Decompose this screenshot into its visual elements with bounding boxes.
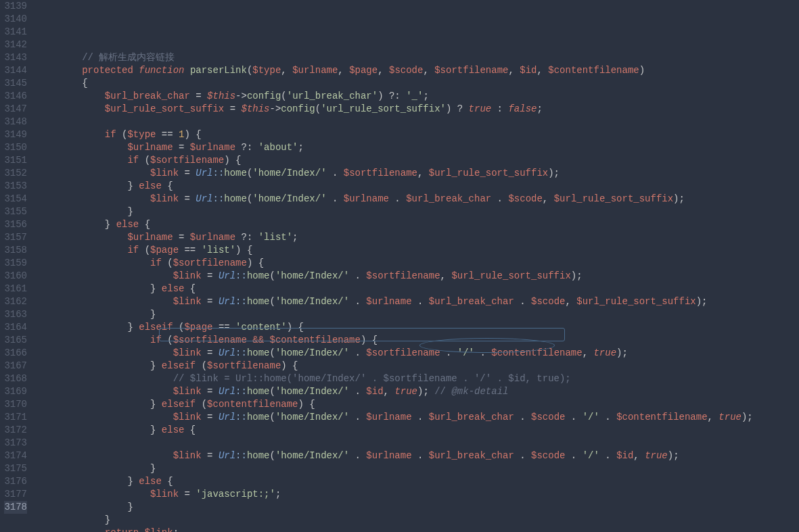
token: ?: (235, 142, 258, 153)
token: } (105, 219, 116, 230)
code-line[interactable]: } else { (37, 218, 799, 231)
code-line[interactable]: // 解析生成内容链接 (37, 51, 799, 64)
line-number: 3161 (4, 283, 27, 295)
code-line[interactable]: } else { (37, 180, 799, 193)
code-line[interactable]: $link = Url::home('home/Index/' . $sortf… (37, 270, 799, 283)
code-line[interactable]: if ($sortfilename) { (37, 257, 799, 270)
token: $sortfilename (150, 155, 224, 166)
token: { (162, 180, 173, 191)
code-line[interactable]: $link = Url::home('home/Index/' . $urlna… (37, 295, 799, 308)
token: Url (196, 168, 212, 178)
line-number: 3178 (4, 501, 27, 514)
token: 'content' (235, 322, 287, 333)
code-line[interactable]: if ($sortfilename && $contentfilename) { (37, 334, 799, 347)
token: { (184, 425, 196, 435)
code-line[interactable]: } (37, 308, 799, 321)
token: , (440, 270, 452, 281)
code-area[interactable]: // 解析生成内容链接 protected function parserLin… (34, 0, 799, 532)
code-line[interactable]: } elseif ($sortfilename) { (37, 360, 799, 372)
code-line[interactable]: } else { (37, 424, 799, 437)
code-line[interactable]: if ($sortfilename) { (37, 154, 799, 167)
token: 'home/Index/' (275, 347, 349, 358)
token: ; (173, 527, 179, 532)
token: . (599, 412, 616, 422)
token: $link (173, 450, 202, 461)
code-line[interactable]: if ($type == 1) { (37, 128, 799, 141)
token: 'home/Index/' (275, 270, 349, 281)
code-line[interactable]: } elseif ($contentfilename) { (37, 398, 799, 411)
code-line[interactable]: } else { (37, 475, 799, 488)
line-number: 3167 (4, 360, 27, 372)
code-line[interactable]: $url_rule_sort_suffix = $this->config('u… (37, 103, 799, 116)
token: . (349, 270, 366, 281)
line-number: 3140 (4, 13, 27, 26)
token: $sortfilename (366, 347, 440, 358)
code-line[interactable]: $urlname = $urlname ?: 'about'; (37, 141, 799, 154)
token: return (105, 527, 139, 532)
token: , (543, 193, 554, 204)
token: home (224, 193, 247, 204)
token: $type (252, 65, 281, 76)
token: ; (275, 489, 281, 500)
token: protected (82, 65, 133, 76)
token: 'url_rule_sort_suffix' (321, 103, 446, 114)
token: . (412, 412, 429, 422)
code-line[interactable]: } (37, 501, 799, 514)
code-line[interactable]: $link = Url::home('home/Index/' . $urlna… (37, 411, 799, 424)
code-line[interactable] (37, 116, 799, 128)
token: ) { (184, 129, 201, 140)
code-line[interactable]: $urlname = $urlname ?: 'list'; (37, 231, 799, 244)
token: . (514, 296, 531, 307)
token: $contentfilename (491, 347, 582, 358)
token: $id (366, 386, 383, 397)
token: 'home/Index/' (275, 386, 349, 397)
token: . (389, 193, 406, 204)
code-line[interactable]: { (37, 77, 799, 90)
code-line[interactable]: protected function parserLink($type, $ur… (37, 64, 799, 77)
code-line[interactable]: $url_break_char = $this->config('url_bre… (37, 90, 799, 103)
token: ); (741, 412, 753, 422)
code-line[interactable]: $link = Url::home('home/Index/' . $sortf… (37, 167, 799, 180)
line-number-gutter: 3139314031413142314331443145314631473148… (0, 0, 34, 532)
code-editor[interactable]: 3139314031413142314331443145314631473148… (0, 0, 799, 532)
code-line[interactable]: return $link; (37, 527, 799, 532)
token: true (593, 347, 616, 358)
line-number: 3151 (4, 154, 27, 167)
code-line[interactable]: // $link = Url::home('home/Index/' . $so… (37, 372, 799, 385)
token: $link (173, 347, 202, 358)
code-line[interactable]: } (37, 514, 799, 527)
code-line[interactable]: $link = Url::home('home/Index/' . $sortf… (37, 347, 799, 360)
token: else (162, 283, 185, 294)
code-line[interactable]: } (37, 462, 799, 475)
token (133, 65, 139, 76)
token: ( (270, 412, 275, 422)
token: $page (349, 65, 378, 76)
line-number: 3175 (4, 462, 27, 475)
token: $sortfilename (366, 270, 440, 281)
code-line[interactable]: $link = Url::home('home/Index/' . $urlna… (37, 193, 799, 205)
token: 'home/Index/' (275, 450, 349, 461)
code-line[interactable]: $link = 'javascript:;'; (37, 488, 799, 501)
token: $urlname (366, 412, 411, 422)
token: ) { (281, 360, 298, 371)
code-line[interactable]: $link = Url::home('home/Index/' . $id, t… (37, 385, 799, 398)
token: = (173, 232, 190, 243)
token: ; (423, 91, 428, 101)
token: $page (184, 322, 212, 333)
line-number: 3170 (4, 398, 27, 411)
code-line[interactable]: $link = Url::home('home/Index/' . $urlna… (37, 450, 799, 462)
line-number: 3144 (4, 64, 27, 77)
token: $sortfilename (173, 335, 247, 345)
token: ; (298, 142, 304, 153)
token: ( (139, 155, 150, 166)
token: if (150, 335, 162, 345)
token: $sortfilename (434, 65, 508, 76)
token: '_' (406, 91, 423, 101)
code-line[interactable] (37, 437, 799, 450)
code-line[interactable]: } elseif ($page == 'content') { (37, 321, 799, 334)
code-line[interactable]: if ($page == 'list') { (37, 244, 799, 257)
token: $urlname (366, 296, 411, 307)
code-line[interactable]: } else { (37, 283, 799, 295)
code-line[interactable]: } (37, 205, 799, 218)
token: $url_rule_sort_suffix (429, 168, 548, 178)
